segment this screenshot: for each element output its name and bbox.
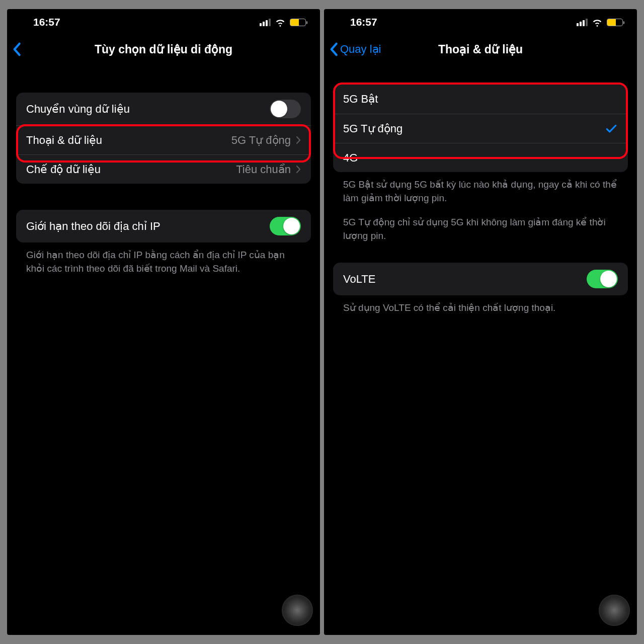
status-bar: 16:57 xyxy=(324,9,637,35)
settings-group-1: Chuyển vùng dữ liệu Thoại & dữ liệu 5G T… xyxy=(16,93,311,184)
row-label: 4G xyxy=(343,151,358,165)
cellular-signal-icon xyxy=(260,18,271,26)
row-limit-ip-tracking[interactable]: Giới hạn theo dõi địa chỉ IP xyxy=(16,210,311,243)
wifi-icon xyxy=(592,17,603,28)
option-5g-on[interactable]: 5G Bật xyxy=(333,85,628,114)
nav-bar: Tùy chọn dữ liệu di động xyxy=(7,35,320,63)
settings-group-volte: VoLTE xyxy=(333,263,628,295)
footer-text-1: 5G Bật sử dụng 5G bất kỳ lúc nào khả dụn… xyxy=(333,172,628,205)
row-label: Thoại & dữ liệu xyxy=(26,134,102,147)
row-volte[interactable]: VoLTE xyxy=(333,263,628,295)
row-value: Tiêu chuẩn xyxy=(236,163,291,176)
row-label: Chế độ dữ liệu xyxy=(26,163,101,176)
toggle-limit-ip-tracking[interactable] xyxy=(270,217,301,235)
toggle-data-roaming[interactable] xyxy=(270,100,301,118)
back-button[interactable]: Quay lại xyxy=(329,35,381,63)
toggle-volte[interactable] xyxy=(587,270,618,288)
settings-group-options: 5G Bật 5G Tự động 4G xyxy=(333,85,628,172)
chevron-right-icon xyxy=(296,136,301,144)
nav-bar: Quay lại Thoại & dữ liệu xyxy=(324,35,637,63)
settings-group-2: Giới hạn theo dõi địa chỉ IP xyxy=(16,210,311,243)
phone-screen-left: 16:57 Tùy chọn dữ liệu di động Chu xyxy=(7,9,320,635)
chevron-left-icon xyxy=(329,42,338,56)
footer-text-2: 5G Tự động chỉ sử dụng 5G khi không làm … xyxy=(333,205,628,243)
battery-icon xyxy=(607,19,623,26)
page-title: Thoại & dữ liệu xyxy=(438,43,523,56)
row-label: VoLTE xyxy=(343,273,375,286)
option-4g[interactable]: 4G xyxy=(333,143,628,172)
row-label: 5G Tự động xyxy=(343,122,403,135)
footer-text-volte: Sử dụng VoLTE có thể cải thiện chất lượn… xyxy=(333,295,628,315)
assistive-touch-button[interactable] xyxy=(599,595,630,626)
row-label: Giới hạn theo dõi địa chỉ IP xyxy=(26,220,160,233)
cellular-signal-icon xyxy=(577,18,588,26)
phone-screen-right: 16:57 Quay lại Thoại & dữ liệu xyxy=(324,9,637,635)
back-label: Quay lại xyxy=(340,43,381,56)
row-voice-data[interactable]: Thoại & dữ liệu 5G Tự động xyxy=(16,125,311,154)
battery-icon xyxy=(290,19,306,26)
assistive-touch-button[interactable] xyxy=(282,595,313,626)
row-data-mode[interactable]: Chế độ dữ liệu Tiêu chuẩn xyxy=(16,154,311,184)
row-data-roaming[interactable]: Chuyển vùng dữ liệu xyxy=(16,93,311,125)
status-bar: 16:57 xyxy=(7,9,320,35)
page-title: Tùy chọn dữ liệu di động xyxy=(95,43,232,56)
row-value: 5G Tự động xyxy=(231,134,291,147)
chevron-right-icon xyxy=(296,165,301,174)
footer-text: Giới hạn theo dõi địa chỉ IP bằng cách ẩ… xyxy=(16,243,311,275)
row-label: 5G Bật xyxy=(343,93,378,106)
status-time: 16:57 xyxy=(350,16,377,28)
status-time: 16:57 xyxy=(33,16,60,28)
checkmark-icon xyxy=(605,122,618,135)
option-5g-auto[interactable]: 5G Tự động xyxy=(333,114,628,143)
chevron-left-icon xyxy=(12,42,21,56)
wifi-icon xyxy=(275,17,286,28)
back-button[interactable] xyxy=(12,35,21,63)
row-label: Chuyển vùng dữ liệu xyxy=(26,103,130,116)
